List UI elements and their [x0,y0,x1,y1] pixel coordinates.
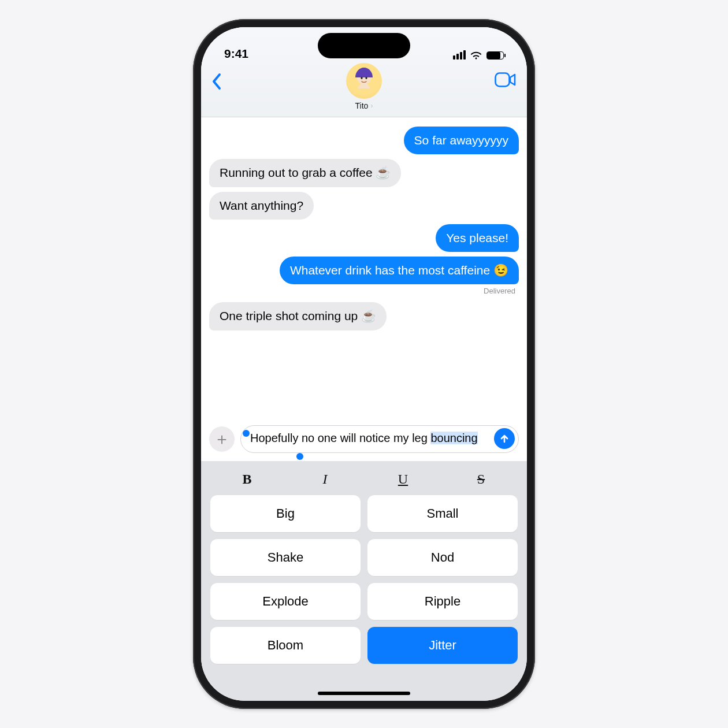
conversation-header: Tito › [201,61,527,117]
conversation-thread[interactable]: So far awayyyyyyRunning out to grab a co… [201,117,527,421]
message-row: So far awayyyyyy [209,127,519,154]
svg-point-1 [361,77,362,79]
italic-toggle[interactable]: I [314,471,337,487]
message-row: Yes please! [209,224,519,252]
selection-end-handle[interactable] [296,453,303,460]
back-button[interactable] [211,64,222,95]
wifi-icon [470,51,482,60]
message-input[interactable]: Hopefully no one will notice my leg boun… [240,425,519,453]
battery-icon [486,51,504,60]
add-attachment-button[interactable]: ＋ [209,426,235,452]
dynamic-island [318,33,410,58]
arrow-up-icon [499,433,510,444]
contact-name: Tito › [355,101,373,110]
sent-bubble[interactable]: Yes please! [436,224,519,252]
underline-toggle[interactable]: U [392,471,415,487]
received-bubble[interactable]: One triple shot coming up ☕️ [209,302,387,330]
chevron-left-icon [211,73,222,90]
received-bubble[interactable]: Running out to grab a coffee ☕️ [209,159,401,187]
sent-bubble[interactable]: So far awayyyyyy [404,127,519,154]
svg-rect-3 [496,73,510,87]
effect-ripple[interactable]: Ripple [367,583,518,620]
effect-shake[interactable]: Shake [210,539,361,576]
screen: 9:41 Tito › [201,27,527,701]
chevron-right-icon: › [370,102,373,110]
effect-big[interactable]: Big [210,495,361,532]
compose-text-prefix: Hopefully no one will notice my leg [250,432,430,444]
message-row: One triple shot coming up ☕️ [209,302,519,330]
clock: 9:41 [224,47,248,61]
effect-nod[interactable]: Nod [367,539,518,576]
cellular-icon [453,50,466,60]
delivered-label: Delivered [209,287,515,295]
selection-start-handle[interactable] [243,430,250,437]
video-icon [495,72,517,87]
effects-grid: BigSmallShakeNodExplodeRippleBloomJitter [201,495,527,664]
effect-jitter[interactable]: Jitter [367,627,518,664]
effect-small[interactable]: Small [367,495,518,532]
send-button[interactable] [494,428,515,449]
message-row: Want anything? [209,192,519,220]
status-icons [453,50,504,61]
sent-bubble[interactable]: Whatever drink has the most caffeine 😉 [280,257,519,284]
strikethrough-toggle[interactable]: S [470,471,493,487]
facetime-button[interactable] [495,64,517,90]
bold-toggle[interactable]: B [236,471,259,487]
avatar [346,63,382,99]
compose-row: ＋ Hopefully no one will notice my leg bo… [201,421,527,461]
effect-explode[interactable]: Explode [210,583,361,620]
message-row: Running out to grab a coffee ☕️ [209,159,519,187]
text-effects-panel: B I U S BigSmallShakeNodExplodeRippleBlo… [201,461,527,678]
compose-selection: bouncing [430,432,477,444]
received-bubble[interactable]: Want anything? [209,192,314,220]
message-row: Whatever drink has the most caffeine 😉 [209,257,519,284]
contact-button[interactable]: Tito › [346,63,382,110]
svg-point-2 [365,77,367,79]
phone-frame: 9:41 Tito › [193,19,535,709]
effect-bloom[interactable]: Bloom [210,627,361,664]
format-bar: B I U S [201,461,527,495]
home-indicator[interactable] [201,678,527,701]
